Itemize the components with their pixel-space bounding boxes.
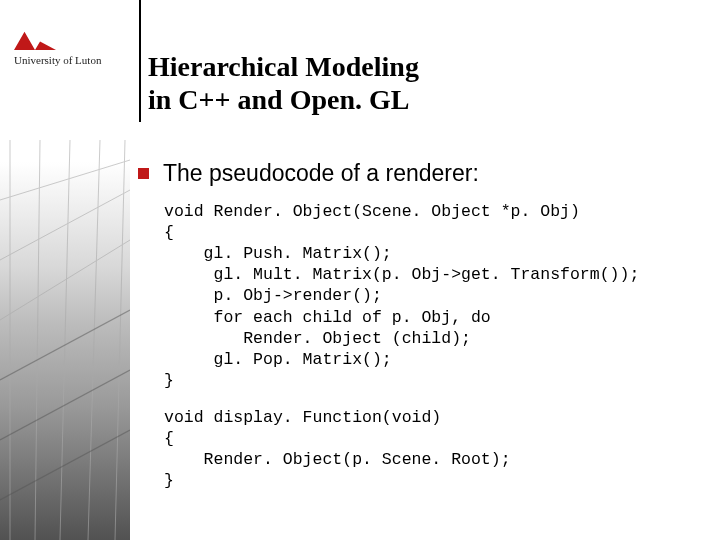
- title-line2: in C++ and Open. GL: [148, 84, 409, 115]
- code-block-1: void Render. Object(Scene. Object *p. Ob…: [164, 201, 698, 391]
- logo-mark-icon: [14, 22, 56, 50]
- university-logo: University of Luton: [14, 22, 124, 82]
- code-block-2: void display. Function(void) { Render. O…: [164, 407, 698, 491]
- bullet-row: The pseudocode of a renderer:: [138, 160, 698, 187]
- spacer: [138, 391, 698, 407]
- logo-text: University of Luton: [14, 54, 124, 66]
- slide-title: Hierarchical Modeling in C++ and Open. G…: [148, 50, 419, 116]
- bullet-text: The pseudocode of a renderer:: [163, 160, 479, 187]
- title-line1: Hierarchical Modeling: [148, 51, 419, 82]
- bullet-square-icon: [138, 168, 149, 179]
- title-divider: [139, 0, 141, 122]
- slide-content: The pseudocode of a renderer: void Rende…: [138, 160, 698, 491]
